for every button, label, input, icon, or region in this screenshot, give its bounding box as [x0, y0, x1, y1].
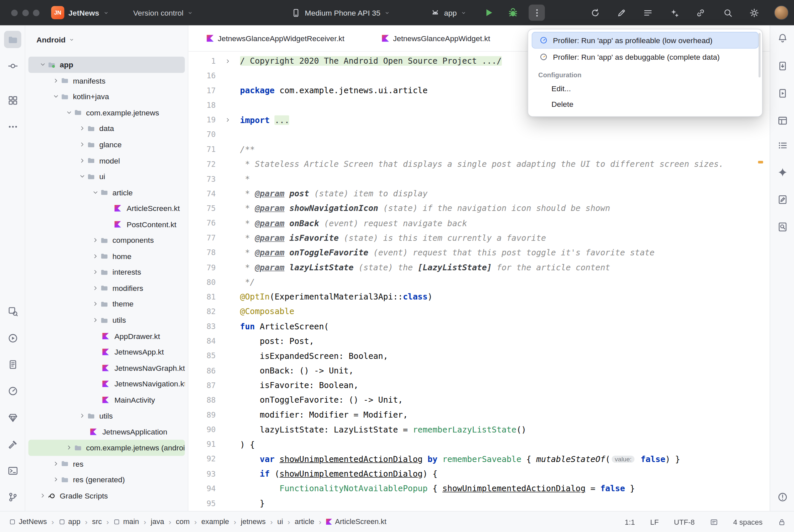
indent-options-icon[interactable] — [710, 518, 718, 526]
more-run-options-button[interactable] — [529, 5, 545, 21]
code-line[interactable]: 84 post: Post, — [188, 334, 770, 348]
line-number[interactable]: 83 — [188, 322, 216, 331]
chevron-down-icon[interactable] — [90, 189, 100, 196]
breadcrumb-item[interactable]: ArticleScreen.kt — [326, 518, 386, 526]
tree-item[interactable]: app — [28, 57, 185, 73]
tree-item[interactable]: kotlin+java — [28, 89, 185, 104]
device-manager-tool-button[interactable] — [774, 57, 791, 74]
chevron-right-icon[interactable] — [77, 141, 87, 148]
chevron-right-icon[interactable] — [90, 301, 100, 307]
tree-item[interactable]: com.example.jetnews — [28, 104, 185, 120]
breadcrumb-item[interactable]: java — [151, 518, 164, 526]
share-link-button[interactable] — [695, 7, 706, 18]
tree-item[interactable]: article — [28, 185, 185, 200]
tree-item[interactable]: interests — [28, 264, 185, 280]
code-line[interactable]: 86 onBack: () -> Unit, — [188, 363, 770, 378]
line-number[interactable]: 18 — [188, 101, 216, 110]
fold-marker-icon[interactable] — [225, 58, 231, 64]
code-line[interactable]: 74 * @param post (state) item to display — [188, 186, 770, 201]
code-line[interactable]: 72 * Stateless Article Screen that displ… — [188, 157, 770, 171]
chevron-right-icon[interactable] — [90, 317, 100, 323]
line-number[interactable]: 75 — [188, 204, 216, 213]
tree-item[interactable]: utils — [28, 408, 185, 424]
code-line[interactable]: 71/** — [188, 142, 770, 156]
tree-item[interactable]: JetnewsNavigation.kt — [28, 376, 185, 392]
line-number[interactable]: 93 — [188, 469, 216, 478]
code-line[interactable]: 88 onToggleFavorite: () -> Unit, — [188, 393, 770, 407]
tree-item[interactable]: PostContent.kt — [28, 216, 185, 232]
code-line[interactable]: 83fun ArticleScreen( — [188, 319, 770, 334]
line-number[interactable]: 70 — [188, 130, 216, 139]
chevron-right-icon[interactable] — [51, 460, 61, 467]
chevron-right-icon[interactable] — [90, 269, 100, 276]
tree-item[interactable]: home — [28, 248, 185, 264]
tree-item[interactable]: JetnewsApplication — [28, 424, 185, 440]
code-line[interactable]: 93 if (showUnimplementedActionDialog) { — [188, 466, 770, 481]
code-line[interactable]: 77 * @param isFavorite (state) is this i… — [188, 230, 770, 245]
chevron-right-icon[interactable] — [77, 157, 87, 164]
structure-tool-button[interactable] — [774, 137, 791, 154]
chevron-right-icon[interactable] — [64, 444, 74, 451]
notifications-button[interactable] — [774, 29, 791, 46]
code-line[interactable]: 95 } — [188, 496, 770, 510]
popup-item[interactable]: Profiler: Run 'app' as profileable (low … — [532, 32, 758, 49]
line-separator-widget[interactable]: LF — [650, 518, 659, 526]
code-line[interactable]: 87 isFavorite: Boolean, — [188, 378, 770, 393]
code-assist-button[interactable] — [616, 7, 627, 18]
more-tool-windows-button[interactable] — [4, 118, 21, 135]
line-number[interactable]: 85 — [188, 351, 216, 360]
project-view-selector[interactable]: Android — [37, 36, 74, 44]
commit-tool-button[interactable] — [4, 57, 21, 74]
code-line[interactable]: 91) { — [188, 437, 770, 452]
tree-item[interactable]: components — [28, 232, 185, 248]
line-number[interactable]: 74 — [188, 189, 216, 198]
tree-item[interactable]: ui — [28, 169, 185, 185]
find-tool-button[interactable] — [774, 218, 791, 235]
line-number[interactable]: 77 — [188, 233, 216, 243]
tree-item[interactable]: com.example.jetnews (androidTest) — [28, 440, 185, 456]
breadcrumb-item[interactable]: article — [295, 518, 314, 526]
tree-item[interactable]: JetnewsNavGraph.kt — [28, 360, 185, 376]
line-number[interactable]: 1 — [188, 56, 216, 65]
line-number[interactable]: 17 — [188, 86, 216, 95]
fold-marker-icon[interactable] — [225, 117, 231, 123]
build-tool-button[interactable] — [4, 436, 21, 453]
minimize-window-button[interactable] — [22, 9, 29, 16]
chevron-down-icon[interactable] — [37, 61, 48, 68]
resource-manager-tool-button[interactable] — [4, 92, 21, 109]
tree-item[interactable]: ArticleScreen.kt — [28, 200, 185, 216]
chevron-down-icon[interactable] — [64, 109, 74, 116]
tree-item[interactable]: manifests — [28, 73, 185, 89]
breadcrumb-item[interactable]: main — [113, 518, 139, 526]
code-area[interactable]: 1/ Copyright 2020 The Android Open Sourc… — [188, 52, 770, 511]
caret-position-widget[interactable]: 1:1 — [625, 518, 635, 526]
problems-tool-button[interactable] — [774, 488, 791, 506]
breadcrumb-item[interactable]: jetnews — [241, 518, 265, 526]
line-number[interactable]: 71 — [188, 145, 216, 154]
chevron-right-icon[interactable] — [77, 413, 87, 419]
breadcrumb-item[interactable]: src — [92, 518, 102, 526]
code-line[interactable]: 85 isExpandedScreen: Boolean, — [188, 348, 770, 363]
line-number[interactable]: 81 — [188, 292, 216, 301]
zoom-window-button[interactable] — [33, 9, 39, 16]
editor-tab[interactable]: JetnewsGlanceAppWidgetReceiver.kt — [206, 34, 344, 42]
popup-scrollbar[interactable] — [758, 33, 760, 77]
line-number[interactable]: 87 — [188, 381, 216, 390]
line-number[interactable]: 91 — [188, 440, 216, 449]
popup-action[interactable]: Edit... — [532, 81, 758, 96]
version-control-tool-button[interactable] — [4, 488, 21, 506]
breadcrumb-item[interactable]: JetNews — [9, 518, 47, 526]
line-number[interactable]: 19 — [188, 115, 216, 125]
line-number[interactable]: 80 — [188, 278, 216, 287]
code-line[interactable]: 92 var showUnimplementedActionDialog by … — [188, 452, 770, 466]
run-tool-button[interactable] — [4, 329, 21, 347]
tree-item[interactable]: theme — [28, 296, 185, 312]
layout-inspector-tool-button[interactable] — [774, 112, 791, 129]
debug-button[interactable] — [507, 7, 519, 18]
project-widget[interactable]: JN JetNews — [51, 0, 109, 25]
terminal-tool-button[interactable] — [4, 462, 21, 479]
device-selector[interactable]: Medium Phone API 35 — [291, 0, 390, 25]
vcs-widget[interactable]: Version control — [133, 0, 193, 25]
line-number[interactable]: 86 — [188, 366, 216, 375]
line-number[interactable]: 89 — [188, 410, 216, 419]
